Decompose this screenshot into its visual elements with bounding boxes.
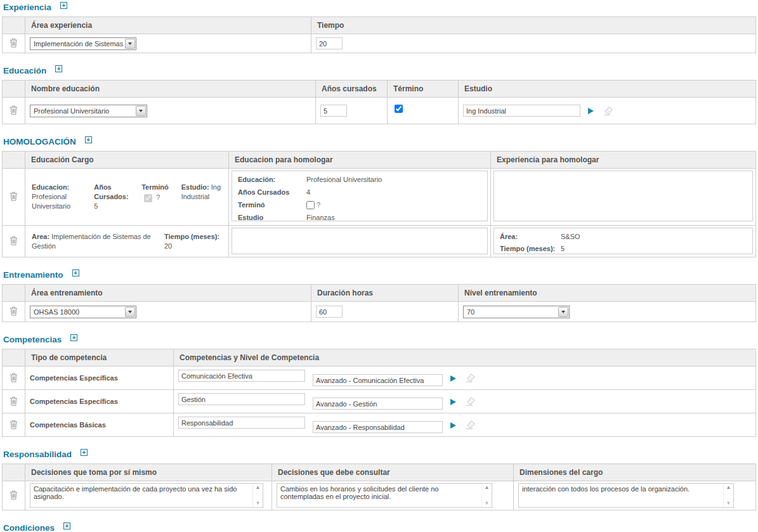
scroll-down-icon[interactable]: ▼: [485, 501, 490, 506]
dropdown-arrow-icon[interactable]: [125, 307, 135, 317]
tiempo-label: Tiempo (meses):: [500, 244, 561, 254]
experiencia-homologar-box: Área: S&SO Tiempo (meses): 5: [493, 228, 753, 254]
column-header-educacion-cargo: Educación Cargo: [25, 152, 229, 169]
dropdown-arrow-icon[interactable]: [558, 307, 568, 317]
delete-row-button[interactable]: [10, 420, 18, 429]
estudio-label: Estudio: [238, 213, 306, 223]
dropdown-arrow-icon[interactable]: [136, 106, 146, 116]
estudio-label: Estudio:: [181, 183, 209, 191]
area-experiencia-select[interactable]: Implementación de Sistemas de: [30, 37, 136, 50]
nombre-educacion-select[interactable]: Profesional Universitario: [30, 105, 147, 117]
anos-cursados-label: Años Cursados:: [94, 183, 128, 200]
duracion-horas-input[interactable]: [316, 306, 343, 318]
estudio-input[interactable]: [463, 105, 580, 117]
termino-label: Terminó: [238, 200, 306, 211]
column-header-nombre-educacion: Nombre educación: [25, 81, 316, 98]
anos-cursados-input[interactable]: [320, 105, 347, 117]
table-row: OHSAS 18000 70: [3, 302, 756, 322]
delete-row-button[interactable]: [10, 373, 18, 382]
scroll-up-icon[interactable]: ▲: [256, 485, 261, 490]
trash-icon: [10, 396, 18, 406]
scrollbar[interactable]: ▲▼: [252, 484, 263, 507]
eraser-icon[interactable]: [464, 420, 476, 429]
tipo-competencia-label: Competencias Específicas: [30, 398, 118, 405]
nivel-entrenamiento-select[interactable]: 70: [463, 306, 570, 318]
estudio-value: Finanzas: [306, 213, 481, 223]
decisiones-consultar-textarea[interactable]: Cambios en los horarios y solicitudes de…: [277, 484, 481, 507]
column-header-area-entrenamiento: Área entrenamiento: [25, 285, 311, 302]
tiempo-value: 20: [164, 242, 172, 250]
play-icon[interactable]: [450, 422, 456, 429]
column-header-nivel-entrenamiento: Nivel entrenamiento: [459, 285, 756, 302]
section-title-competencias: Competencias: [3, 335, 62, 344]
nivel-competencia-input[interactable]: [313, 374, 443, 386]
column-header-decisiones-consultar: Decisiones que debe consultar: [272, 464, 514, 481]
delete-row-button[interactable]: [10, 105, 18, 115]
tipo-competencia-label: Competencias Específicas: [30, 374, 118, 382]
scroll-down-icon[interactable]: ▼: [726, 501, 731, 506]
expand-icon[interactable]: +: [70, 334, 77, 341]
termino-label: Terminó: [141, 183, 169, 191]
play-icon[interactable]: [450, 375, 456, 382]
play-icon[interactable]: [450, 399, 456, 405]
section-homologacion: HOMOLOGACIÓN + Educación Cargo Educacion…: [2, 137, 756, 257]
job-profile-form: Experiencia + Área experiencia Tiempo Im…: [2, 3, 756, 532]
column-header-estudio: Estudio: [459, 81, 756, 98]
delete-row-button[interactable]: [10, 38, 18, 48]
section-title-educacion: Educación: [3, 66, 46, 75]
competencia-input[interactable]: [178, 370, 305, 382]
expand-icon[interactable]: +: [63, 522, 70, 529]
scrollbar[interactable]: ▲▼: [723, 484, 733, 507]
entrenamiento-table: Área entrenamiento Duración horas Nivel …: [2, 284, 756, 322]
play-icon[interactable]: [588, 108, 594, 114]
termino-checkbox: [144, 194, 152, 202]
expand-icon[interactable]: +: [72, 269, 79, 276]
tiempo-input[interactable]: [316, 37, 343, 49]
section-competencias: Competencias + Tipo de competencia Compe…: [2, 335, 756, 437]
eraser-icon[interactable]: [601, 106, 614, 115]
scroll-down-icon[interactable]: ▼: [256, 501, 261, 506]
area-value: Implementación de Sistemas de Gestión: [32, 233, 151, 250]
delete-row-button[interactable]: [10, 191, 18, 201]
trash-icon: [10, 420, 18, 429]
expand-icon[interactable]: +: [85, 136, 92, 143]
column-header-area-experiencia: Área experiencia: [25, 17, 311, 34]
column-header-empty: [3, 285, 25, 302]
column-header-competencias-nivel: Competencias y Nivel de Competencia: [174, 349, 756, 367]
eraser-icon[interactable]: [464, 396, 476, 406]
table-row: Competencias Básicas: [3, 413, 756, 437]
delete-row-button[interactable]: [10, 236, 18, 245]
nivel-competencia-input[interactable]: [313, 421, 443, 433]
dimensiones-cargo-textarea[interactable]: interacción con todos los procesos de la…: [519, 484, 723, 507]
educacion-value: Profesional Universitario: [306, 175, 481, 185]
scroll-up-icon[interactable]: ▲: [485, 485, 490, 490]
competencia-input[interactable]: [178, 417, 305, 429]
competencia-input[interactable]: [178, 393, 305, 405]
termino-checkbox[interactable]: [306, 201, 315, 209]
anos-cursados-value: 4: [306, 188, 481, 198]
delete-row-button[interactable]: [10, 396, 18, 406]
delete-row-button[interactable]: [10, 306, 18, 316]
decisiones-mismo-textarea[interactable]: Capacitación e implementación de cada pr…: [30, 484, 252, 507]
section-title-condiciones: Condiciones: [3, 523, 55, 532]
scroll-up-icon[interactable]: ▲: [726, 485, 731, 490]
table-row: Area: Implementación de Sistemas de Gest…: [3, 226, 756, 257]
trash-icon: [10, 105, 18, 115]
termino-checkbox[interactable]: [395, 105, 403, 113]
tiempo-value: 5: [561, 244, 747, 254]
expand-icon[interactable]: +: [60, 2, 67, 9]
tiempo-label: Tiempo (meses):: [164, 233, 219, 240]
area-entrenamiento-select[interactable]: OHSAS 18000: [30, 306, 136, 318]
expand-icon[interactable]: +: [55, 65, 62, 72]
delete-row-button[interactable]: [10, 490, 18, 500]
eraser-icon[interactable]: [464, 373, 476, 382]
scrollbar[interactable]: ▲▼: [481, 484, 492, 507]
dropdown-arrow-icon[interactable]: [125, 39, 135, 49]
table-row: Competencias Específicas: [3, 367, 756, 390]
column-header-anos-cursados: Años cursados: [316, 81, 388, 98]
expand-icon[interactable]: +: [81, 449, 88, 456]
competencias-table: Tipo de competencia Competencias y Nivel…: [2, 349, 756, 437]
section-entrenamiento: Entrenamiento + Área entrenamiento Durac…: [2, 270, 756, 322]
column-header-decisiones-mismo: Decisiones que toma por sí mismo: [25, 464, 272, 481]
nivel-competencia-input[interactable]: [313, 398, 443, 410]
